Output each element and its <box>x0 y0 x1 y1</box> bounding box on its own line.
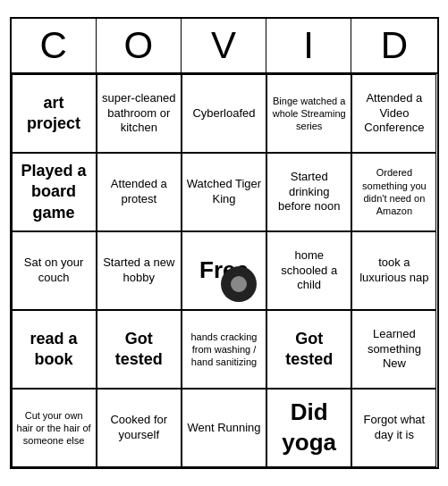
cell-text: Played a board game <box>16 161 92 223</box>
cell-text: hands cracking from washing / hand sanit… <box>186 331 262 369</box>
bingo-cell-6[interactable]: Attended a protest <box>97 153 182 231</box>
cell-text: Went Running <box>186 421 262 436</box>
header-letter: V <box>182 19 266 72</box>
free-icon <box>221 266 257 302</box>
cell-text: Got tested <box>271 329 347 371</box>
bingo-cell-13[interactable]: home schooled a child <box>266 231 351 310</box>
bingo-cell-19[interactable]: Learned something New <box>351 310 436 389</box>
bingo-cell-3[interactable]: Binge watched a whole Streaming series <box>266 74 351 153</box>
bingo-cell-17[interactable]: hands cracking from washing / hand sanit… <box>182 310 266 389</box>
bingo-cell-20[interactable]: Cut your own hair or the hair of someone… <box>12 389 97 467</box>
bingo-cell-11[interactable]: Started a new hobby <box>97 231 182 310</box>
cell-text: Started a new hobby <box>101 256 177 286</box>
bingo-cell-22[interactable]: Went Running <box>182 389 266 467</box>
header-letter: C <box>12 19 97 72</box>
bingo-cell-16[interactable]: Got tested <box>97 310 182 389</box>
bingo-cell-0[interactable]: art project <box>12 74 97 153</box>
cell-text: Learned something New <box>356 327 432 373</box>
cell-text: Sat on your couch <box>16 256 92 286</box>
bingo-cell-1[interactable]: super-cleaned bathroom or kitchen <box>97 74 182 153</box>
cell-text: Cyberloafed <box>186 106 262 122</box>
header-letter: O <box>97 19 182 72</box>
bingo-cell-5[interactable]: Played a board game <box>12 153 97 231</box>
bingo-cell-18[interactable]: Got tested <box>266 310 351 389</box>
bingo-cell-21[interactable]: Cooked for yourself <box>97 389 182 467</box>
cell-text: took a luxurious nap <box>356 256 432 286</box>
cell-text: read a book <box>16 329 92 371</box>
cell-text: Did yoga <box>271 398 347 458</box>
cell-text: Ordered something you didn't need on Ama… <box>356 166 432 217</box>
cell-text: Binge watched a whole Streaming series <box>271 95 347 133</box>
cell-text: art project <box>16 93 92 135</box>
cell-text: Got tested <box>101 329 177 371</box>
cell-text: Watched Tiger King <box>186 177 262 207</box>
bingo-card: COVID art projectsuper-cleaned bathroom … <box>10 17 439 469</box>
bingo-cell-24[interactable]: Forgot what day it is <box>351 389 436 467</box>
bingo-cell-4[interactable]: Attended a Video Conference <box>351 74 436 153</box>
bingo-header: COVID <box>12 19 437 74</box>
bingo-cell-9[interactable]: Ordered something you didn't need on Ama… <box>351 153 436 231</box>
cell-text: Cut your own hair or the hair of someone… <box>16 409 92 448</box>
header-letter: I <box>266 19 351 72</box>
cell-text: Cooked for yourself <box>101 413 177 443</box>
bingo-cell-2[interactable]: Cyberloafed <box>182 74 266 153</box>
bingo-cell-10[interactable]: Sat on your couch <box>12 231 97 310</box>
cell-text: Started drinking before noon <box>271 170 347 215</box>
bingo-cell-23[interactable]: Did yoga <box>266 389 351 467</box>
cell-text: Attended a protest <box>101 177 177 207</box>
header-letter: D <box>351 19 436 72</box>
bingo-cell-15[interactable]: read a book <box>12 310 97 389</box>
bingo-cell-14[interactable]: took a luxurious nap <box>351 231 436 310</box>
cell-text: home schooled a child <box>271 248 347 294</box>
cell-text: Forgot what day it is <box>356 413 432 443</box>
cell-text: Attended a Video Conference <box>356 91 432 137</box>
bingo-cell-12[interactable]: Free <box>182 231 266 310</box>
bingo-grid: art projectsuper-cleaned bathroom or kit… <box>12 74 437 467</box>
cell-text: super-cleaned bathroom or kitchen <box>101 91 177 137</box>
bingo-cell-7[interactable]: Watched Tiger King <box>182 153 266 231</box>
bingo-cell-8[interactable]: Started drinking before noon <box>266 153 351 231</box>
